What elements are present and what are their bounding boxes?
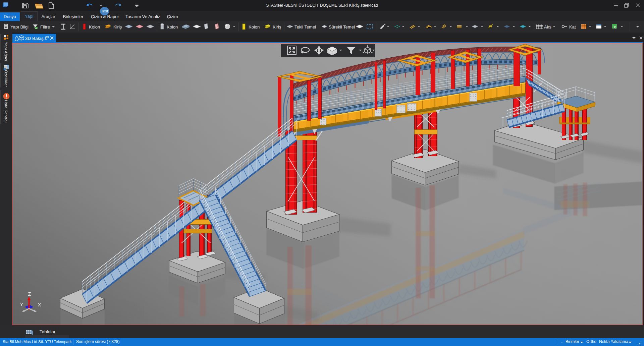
svg-text:Y: Y [20,301,23,307]
svg-text:Sürekli Temel: Sürekli Temel [329,24,355,30]
svg-text:Kiriş: Kiriş [113,24,122,30]
svg-text:Z: Z [28,291,31,297]
svg-text:X: X [38,302,41,307]
svg-text:Filtre: Filtre [40,24,50,30]
svg-text:Aks: Aks [544,24,551,30]
svg-text:Kat: Kat [569,24,576,30]
svg-text:Kolon: Kolon [89,24,100,30]
svg-text:Kolon: Kolon [167,24,178,30]
svg-text:Tablolar: Tablolar [40,329,56,334]
svg-text:Yapı Bilgi: Yapı Bilgi [10,24,29,30]
svg-text:Kolon: Kolon [249,24,260,30]
svg-text:3D Bakış: 3D Bakış [25,36,44,41]
svg-text:Tekil Temel: Tekil Temel [294,24,316,30]
svg-text:Kiriş: Kiriş [273,24,281,30]
